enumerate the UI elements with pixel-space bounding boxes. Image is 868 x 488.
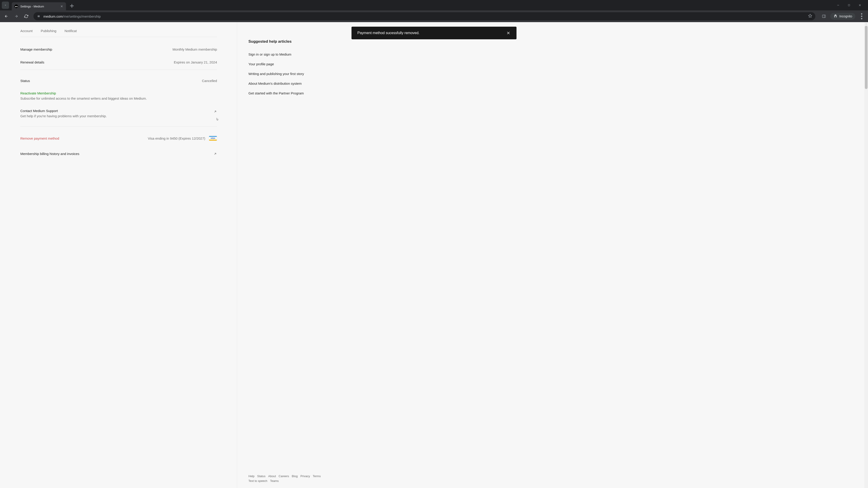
sidebar-title: Suggested help articles [248,39,327,44]
footer-careers[interactable]: Careers [279,474,289,479]
footer-about[interactable]: About [268,474,276,479]
window-controls [835,2,866,9]
status-value: Cancelled [202,79,217,83]
help-article-link[interactable]: About Medium's distribution system [248,82,327,86]
svg-marker-1 [809,14,812,18]
tab-close-button[interactable] [60,5,63,8]
scrollbar-thumb[interactable] [865,26,868,89]
svg-rect-0 [848,4,850,6]
visa-card-icon: VISA [209,136,217,141]
browser-tab-strip: ●● Settings - Medium [0,0,868,10]
bookmark-star-icon[interactable] [808,14,812,19]
svg-point-5 [861,15,862,17]
tab-publishing[interactable]: Publishing [41,29,56,33]
kebab-menu-button[interactable] [858,12,866,20]
footer-teams[interactable]: Teams [270,479,279,484]
footer-links: Help Status About Careers Blog Privacy T… [248,474,321,484]
page-viewport: Payment method sucessfully removed. Acco… [0,22,868,488]
toast-close-button[interactable] [506,31,510,35]
toast-notification: Payment method sucessfully removed. [351,27,517,39]
manage-membership-value: Monthly Medium membership [173,47,217,51]
back-button[interactable] [2,12,10,20]
tab-search-button[interactable] [2,2,9,9]
minimize-button[interactable] [835,2,842,9]
reactivate-block[interactable]: Reactivate Membership Subscribe for unli… [20,91,217,100]
contact-support-label: Contact Medium Support [20,109,107,113]
scrollbar-up-icon[interactable] [864,22,868,26]
incognito-label: Incognito [839,14,852,18]
url-text: medium.com/me/settings/membership [43,14,805,18]
reload-button[interactable] [22,12,30,20]
footer-blog[interactable]: Blog [292,474,298,479]
maximize-button[interactable] [845,2,852,9]
payment-method-value: Visa ending in 9450 (Expires 12/2027) [148,136,205,140]
tab-notifications[interactable]: Notificat [64,29,76,33]
renewal-label: Renewal details [20,60,44,64]
tab-account[interactable]: Account [20,29,33,33]
status-label: Status [20,79,30,83]
browser-toolbar: medium.com/me/settings/membership Incogn… [0,10,868,22]
help-sidebar: Suggested help articles Sign in or sign … [237,22,327,488]
contact-support-description: Get help if you're having problems with … [20,114,107,118]
new-tab-button[interactable] [69,3,75,9]
footer-status[interactable]: Status [257,474,266,479]
favicon-icon: ●● [14,4,18,8]
manage-membership-row[interactable]: Manage membership Monthly Medium members… [20,47,217,51]
help-article-link[interactable]: Writing and publishing your first story [248,72,327,76]
external-link-icon [213,110,217,114]
incognito-badge[interactable]: Incognito [830,13,855,20]
toast-message: Payment method sucessfully removed. [358,31,420,35]
scrollbar[interactable] [864,22,868,488]
svg-rect-2 [822,15,826,18]
billing-history-row[interactable]: Membership billing history and invoices [20,151,217,156]
manage-membership-label: Manage membership [20,47,52,51]
renewal-details-row: Renewal details Expires on January 21, 2… [20,60,217,64]
tab-title: Settings - Medium [20,5,58,8]
footer-help[interactable]: Help [248,474,254,479]
reactivate-link[interactable]: Reactivate Membership [20,91,217,95]
billing-history-label: Membership billing history and invoices [20,152,79,156]
forward-button[interactable] [12,12,20,20]
help-article-link[interactable]: Your profile page [248,62,327,66]
footer-terms[interactable]: Terms [313,474,321,479]
side-panel-icon[interactable] [820,12,828,20]
status-row: Status Cancelled [20,79,217,83]
remove-payment-row: Remove payment method Visa ending in 945… [20,136,217,141]
svg-point-4 [861,13,862,15]
browser-tab[interactable]: ●● Settings - Medium [12,2,66,10]
footer-tts[interactable]: Text to speech [248,479,268,484]
close-window-button[interactable] [856,2,864,9]
svg-point-6 [861,18,862,20]
help-article-link[interactable]: Get started with the Partner Program [248,91,327,95]
help-article-link[interactable]: Sign in or sign up to Medium [248,53,327,56]
remove-payment-link[interactable]: Remove payment method [20,136,59,140]
settings-tabs: Account Publishing Notificat [20,29,217,37]
external-link-icon [213,152,217,156]
settings-main-column: Account Publishing Notificat Manage memb… [20,22,217,488]
contact-support-row[interactable]: Contact Medium Support Get help if you'r… [20,109,217,118]
footer-privacy[interactable]: Privacy [301,474,310,479]
address-bar[interactable]: medium.com/me/settings/membership [33,12,815,20]
renewal-value: Expires on January 21, 2024 [174,60,217,64]
site-info-icon[interactable] [37,14,41,18]
reactivate-description: Subscribe for unlimited access to the sm… [20,96,217,100]
